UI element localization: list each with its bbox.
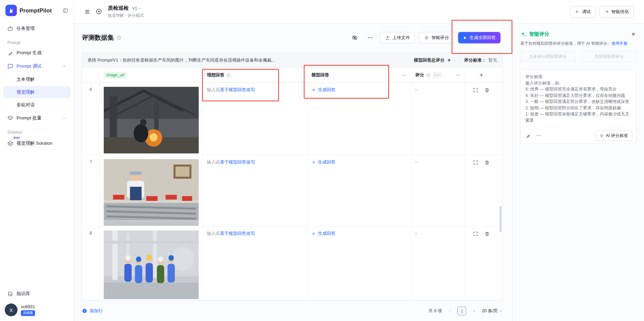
ideal-answer-cell[interactable]: 输入或基于模型回答改写: [202, 83, 307, 155]
col-ideal-answer[interactable]: 理想回答: [202, 68, 307, 82]
delete-row-icon[interactable]: [484, 231, 490, 300]
sparkle-icon: [424, 35, 429, 40]
circle-plus-icon: [82, 308, 87, 314]
more-actions-button[interactable]: [364, 32, 376, 43]
current-page[interactable]: 1: [457, 307, 466, 315]
criteria-line: 输入评分标准，如:: [525, 80, 632, 86]
col-score[interactable]: 评分 -: [411, 68, 465, 82]
hamburger-menu-button[interactable]: [82, 6, 93, 17]
info-icon[interactable]: [426, 73, 430, 77]
generate-answer-button[interactable]: 生成回答: [312, 87, 335, 93]
col-model-answer[interactable]: 模型回答: [307, 68, 411, 82]
divider: [459, 58, 460, 63]
criteria-line: 4: 良好 — 模型回答满足大部分要求，仅存在轻微问题: [525, 93, 632, 99]
table-row: 8: [82, 226, 503, 300]
chevron-up-icon: [62, 64, 66, 68]
sidebar-item-visual-solution[interactable]: beta 视觉理解 Solution: [3, 136, 70, 151]
info-icon[interactable]: [117, 35, 121, 40]
image-cell[interactable]: [99, 83, 202, 155]
row-image: [104, 159, 199, 226]
generate-answer-button[interactable]: 生成回答: [312, 230, 335, 237]
sidebar-item-multi-turn-dialog[interactable]: 多轮对话: [3, 99, 70, 111]
table-row: 6 输入或基于模型回答改写: [82, 83, 503, 155]
column-menu-icon[interactable]: [456, 73, 461, 78]
sidebar-item-label: 任务管理: [17, 26, 35, 32]
rewrite-from-model-link[interactable]: 基于模型回答改写: [220, 159, 255, 165]
image-cell[interactable]: [99, 226, 202, 300]
row-number: 8: [82, 226, 99, 300]
sidebar-item-visual-understanding[interactable]: 视觉理解: [3, 86, 70, 98]
more-options-icon[interactable]: [536, 133, 541, 138]
rewrite-from-model-link[interactable]: 基于模型回答改写: [220, 87, 255, 92]
col-image-url[interactable]: image_url: [99, 68, 202, 82]
generate-all-answers-button[interactable]: 生成全部回答: [458, 32, 501, 43]
expand-row-icon[interactable]: [473, 231, 478, 300]
row-actions: [465, 155, 497, 226]
ideal-placeholder: 输入或: [207, 159, 220, 165]
row-image: [104, 230, 199, 299]
row-image: [104, 87, 199, 153]
debug-button[interactable]: 调试: [570, 6, 596, 17]
upload-file-button[interactable]: 上传文件: [380, 32, 415, 43]
model-answer-cell: 生成回答: [307, 226, 411, 300]
optimize-label: 智能优化: [611, 9, 629, 15]
scoring-criteria-editor[interactable]: 评分标准: 输入评分标准，如: 5: 优秀 — 模型回答完全满足所有要求，理由充…: [520, 69, 637, 144]
image-cell[interactable]: [99, 155, 202, 226]
sidebar-collapse-button[interactable]: [61, 6, 70, 15]
user-profile[interactable]: X xc6931 高级版: [5, 304, 69, 316]
ideal-answer-cell[interactable]: 输入或基于模型回答改写: [202, 226, 307, 300]
app-name: PromptPilot: [20, 7, 52, 14]
score-unscored-button[interactable]: 为未评分的回答评分: [520, 51, 576, 62]
sidebar-item-label: 多轮对话: [17, 102, 35, 108]
sidebar-item-label: 文本理解: [17, 76, 35, 82]
sidebar-item-prompt-batch[interactable]: Prompt 批量: [3, 112, 70, 124]
info-icon[interactable]: [226, 73, 231, 77]
dataset-table-card: 系统 Prompt/V1：你的任务是根据生产车间的图片，判断生产车间是存在违规操…: [82, 52, 503, 300]
generate-all-label: 生成全部回答: [470, 35, 496, 41]
sidebar-item-label: Prompt 调试: [17, 63, 41, 69]
generate-answer-button[interactable]: 生成回答: [312, 159, 335, 165]
new-task-button[interactable]: [93, 6, 104, 17]
rewrite-from-model-link[interactable]: 基于模型回答改写: [220, 231, 255, 236]
smart-score-button[interactable]: 智能评分: [419, 32, 454, 43]
close-icon[interactable]: [630, 31, 637, 37]
total-count: 共 8 项: [428, 308, 442, 314]
table-scrollbar[interactable]: [500, 206, 502, 232]
sidebar-item-task-management[interactable]: 任务管理: [3, 22, 70, 35]
expand-row-icon[interactable]: [473, 160, 478, 222]
chevron-down-icon: [138, 7, 141, 10]
score-filter-dropdown[interactable]: -: [432, 72, 442, 78]
column-menu-icon[interactable]: [402, 73, 407, 78]
green-sparkle-icon: [520, 31, 526, 37]
ideal-answer-cell[interactable]: 输入或基于模型回答改写: [202, 155, 307, 226]
add-row-button[interactable]: 添加行: [82, 308, 103, 314]
user-manual-link[interactable]: 使用手册: [611, 41, 627, 46]
criteria-line: 5: 优秀 — 模型回答完全满足所有要求，理由充分: [525, 86, 632, 93]
ideal-placeholder: 输入或: [207, 231, 220, 236]
debug-label: 调试: [582, 9, 591, 15]
avatar: X: [5, 304, 18, 316]
version-select[interactable]: V1: [132, 6, 141, 11]
table-row: 7 输入或基于模型回答改写: [82, 155, 503, 226]
sidebar-item-prompt-debug[interactable]: Prompt 调试: [3, 60, 70, 73]
delete-row-icon[interactable]: [484, 87, 490, 151]
sidebar-item-knowledge-base[interactable]: 知识库: [3, 287, 70, 300]
prev-page-button[interactable]: [445, 307, 454, 315]
score-all-button[interactable]: 为所有回答评分: [582, 51, 637, 62]
premium-badge: 高级版: [21, 310, 35, 316]
sidebar-item-prompt-generate[interactable]: Prompt 生成: [3, 46, 70, 59]
sidebar-item-text-understanding[interactable]: 文本理解: [3, 73, 70, 85]
page-size-select[interactable]: 20 条/页: [482, 308, 503, 314]
add-column-button[interactable]: [465, 68, 497, 82]
smart-optimize-button[interactable]: 智能优化: [599, 6, 634, 17]
hide-columns-button[interactable]: [349, 32, 360, 43]
ai-criteria-button[interactable]: AI 评分标准: [595, 131, 632, 141]
sidebar-bottom: 知识库 X xc6931 高级版: [0, 287, 74, 321]
sidebar-section-solution: Solution: [7, 130, 66, 135]
delete-row-icon[interactable]: [484, 160, 490, 222]
expand-row-icon[interactable]: [473, 87, 478, 151]
edit-pencil-icon[interactable]: [525, 133, 530, 138]
total-score-label: 模型回答总评分: [414, 57, 445, 63]
system-prompt-bar: 系统 Prompt/V1：你的任务是根据生产车间的图片，判断生产车间是存在违规操…: [82, 53, 503, 68]
next-page-button[interactable]: [470, 307, 478, 315]
